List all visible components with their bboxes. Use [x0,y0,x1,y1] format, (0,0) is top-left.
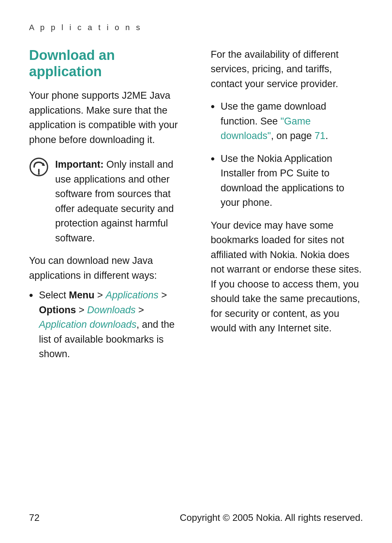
page-number: 72 [29,511,40,525]
left-column: Download an application Your phone suppo… [29,47,189,370]
important-text: Important: Only install and use applicat… [55,157,189,245]
page: A p p l i c a t i o n s Download an appl… [0,0,392,543]
important-icon [29,157,49,177]
bullet1-sep4: > [136,305,144,315]
important-label: Important: [55,159,103,170]
right-para-2: Your device may have some bookmarks load… [211,218,363,336]
section-title: Download an application [29,47,189,80]
page-footer: 72 Copyright © 2005 Nokia. All rights re… [29,511,363,525]
bullet1-options: Options [39,305,76,315]
right-bullet-list: Use the game download function. See "Gam… [211,99,363,210]
bullet-item-2: Use the game download function. See "Gam… [211,99,363,143]
bullet1-appdownloads: Application downloads [39,319,136,330]
bullet-3-content: Use the Nokia Application Installer from… [221,151,363,210]
bullet-list: Select Menu > Applications > Options > D… [29,288,189,362]
page-chapter-label: A p p l i c a t i o n s [29,22,363,33]
bullet1-menu: Menu [69,290,95,301]
bullet-2-content: Use the game download function. See "Gam… [221,99,363,143]
important-box: Important: Only install and use applicat… [29,157,189,245]
bullet-item-3: Use the Nokia Application Installer from… [211,151,363,210]
bullet1-prefix: Select [39,290,69,301]
bullet1-sep2: > [159,290,167,301]
svg-point-2 [38,173,40,175]
bullet2-middle: , on page [271,130,314,141]
bullet1-sep3: > [76,305,87,315]
right-column: For the availability of different servic… [211,47,363,370]
bullet1-applications: Applications [106,290,159,301]
right-para-1: For the availability of different servic… [211,47,363,91]
bullet1-downloads: Downloads [87,305,136,315]
bullet-1-content: Select Menu > Applications > Options > D… [39,288,189,362]
bullet2-suffix: . [326,130,328,141]
ways-intro: You can download new Java applications i… [29,253,189,283]
important-body: Only install and use applications and ot… [55,159,174,244]
bullet-item-1: Select Menu > Applications > Options > D… [29,288,189,362]
two-column-layout: Download an application Your phone suppo… [29,47,363,370]
bullet2-page[interactable]: 71 [314,130,325,141]
intro-paragraph: Your phone supports J2ME Java applicatio… [29,88,189,147]
copyright-text: Copyright © 2005 Nokia. All rights reser… [180,511,363,525]
bullet1-sep1: > [94,290,106,301]
